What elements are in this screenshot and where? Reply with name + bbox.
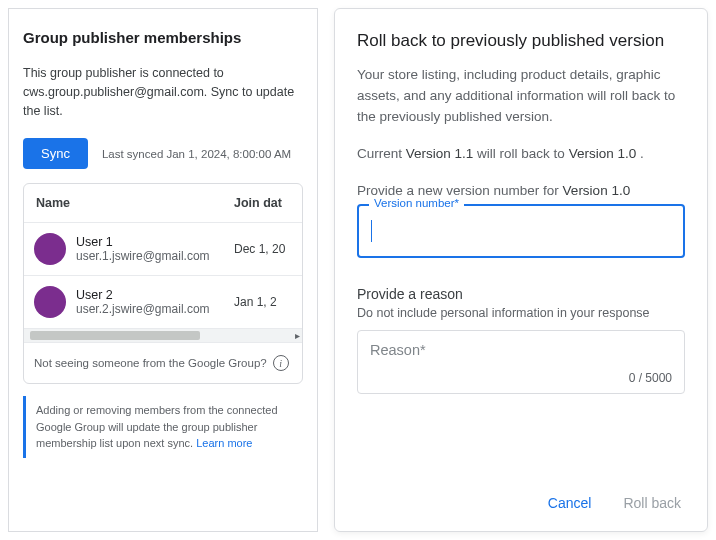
current-label: Current [357,146,406,161]
reason-heading: Provide a reason [357,286,685,302]
version-number-floating-label: Version number* [369,197,464,209]
join-date: Dec 1, 20 [234,242,292,256]
horizontal-scrollbar[interactable]: ▸ [24,329,302,343]
join-date: Jan 1, 2 [234,295,292,309]
char-count: 0 / 5000 [629,371,672,385]
learn-more-link[interactable]: Learn more [196,437,252,449]
scrollbar-thumb[interactable] [30,331,200,340]
group-memberships-panel: Group publisher memberships This group p… [8,8,318,532]
footer-note: Adding or removing members from the conn… [23,396,303,458]
reason-placeholder: Reason* [370,342,426,358]
user-name: User 1 [76,235,234,249]
reason-subtext: Do not include personal information in y… [357,306,685,320]
panel-title: Group publisher memberships [23,29,303,46]
period: . [640,146,644,161]
info-icon[interactable]: i [273,355,289,371]
user-email: user.1.jswire@gmail.com [76,249,234,263]
user-info: User 1 user.1.jswire@gmail.com [76,235,234,263]
panel-description: This group publisher is connected to cws… [23,64,303,120]
will-roll-back-text: will roll back to [477,146,569,161]
dialog-description: Your store listing, including product de… [357,65,685,128]
user-email: user.2.jswire@gmail.com [76,302,234,316]
avatar [34,233,66,265]
avatar [34,286,66,318]
reason-textarea[interactable]: Reason* 0 / 5000 [357,330,685,394]
rollback-button[interactable]: Roll back [619,489,685,517]
column-name: Name [34,196,234,210]
table-row[interactable]: User 1 user.1.jswire@gmail.com Dec 1, 20 [24,223,302,276]
scroll-right-icon[interactable]: ▸ [295,330,300,341]
user-info: User 2 user.2.jswire@gmail.com [76,288,234,316]
sync-button[interactable]: Sync [23,138,88,169]
current-version: Version 1.1 [406,146,474,161]
not-seeing-text: Not seeing someone from the Google Group… [34,357,267,369]
provide-version-label: Provide a new version number for Version… [357,183,685,198]
provide-version-prefix: Provide a new version number for [357,183,563,198]
dialog-actions: Cancel Roll back [357,469,685,517]
rollback-dialog: Roll back to previously published versio… [334,8,708,532]
column-join-date: Join dat [234,196,292,210]
not-seeing-row: Not seeing someone from the Google Group… [24,343,302,383]
version-summary-line: Current Version 1.1 will roll back to Ve… [357,146,685,161]
members-table: Name Join dat User 1 user.1.jswire@gmail… [23,183,303,384]
dialog-title: Roll back to previously published versio… [357,31,685,51]
version-number-input[interactable] [359,206,683,256]
table-header: Name Join dat [24,184,302,223]
user-name: User 2 [76,288,234,302]
sync-row: Sync Last synced Jan 1, 2024, 8:00:00 AM [23,138,303,169]
last-synced-text: Last synced Jan 1, 2024, 8:00:00 AM [102,148,291,160]
table-row[interactable]: User 2 user.2.jswire@gmail.com Jan 1, 2 [24,276,302,329]
text-caret [371,220,372,242]
provide-version-target: Version 1.0 [563,183,631,198]
cancel-button[interactable]: Cancel [544,489,596,517]
target-version: Version 1.0 [569,146,637,161]
version-number-field[interactable]: Version number* [357,204,685,258]
